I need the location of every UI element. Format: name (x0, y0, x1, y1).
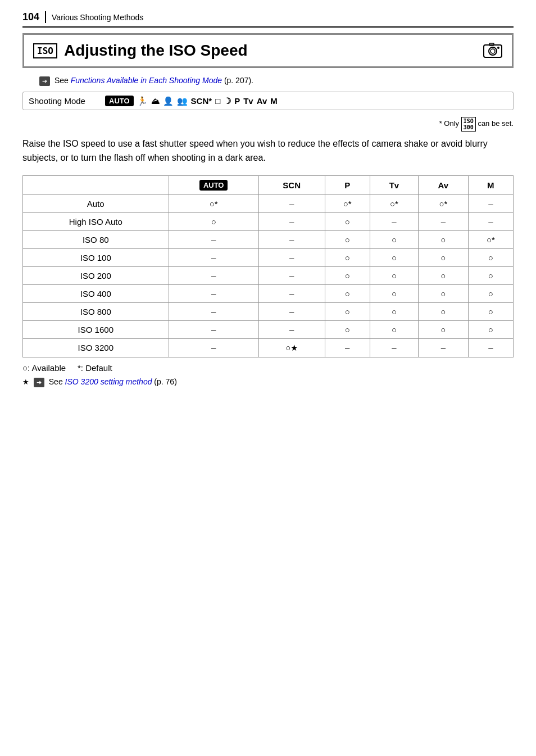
page-number: 104 (22, 11, 46, 23)
row-cell: ○ (468, 266, 513, 284)
row-cell: – (169, 230, 258, 248)
footnote-star-text: * Only (439, 119, 459, 128)
row-cell: – (325, 338, 370, 357)
table-row: ISO 80––○○○○* (23, 230, 514, 248)
col-header-p: P (325, 175, 370, 194)
shooting-mode-row: Shooting Mode AUTO 🏃 ⛰ 👤 👥 SCN* □ ☽ P Tv… (22, 92, 514, 110)
row-label: ISO 80 (23, 230, 169, 248)
row-cell: – (258, 302, 325, 320)
camera-icon (483, 40, 503, 61)
row-cell: – (169, 266, 258, 284)
col-header-scn: SCN (258, 175, 325, 194)
row-cell: ○ (419, 248, 469, 266)
row-cell: ○ (468, 284, 513, 302)
shooting-mode-label: Shooting Mode (29, 96, 96, 106)
row-cell: ○* (468, 230, 513, 248)
legend-star: *: Default (78, 363, 112, 373)
row-cell: ○ (419, 320, 469, 338)
row-cell: – (258, 212, 325, 230)
row-label: Auto (23, 194, 169, 212)
row-cell: – (169, 248, 258, 266)
row-cell: ○★ (258, 338, 325, 357)
mode-icon-landscape: ⛰ (151, 96, 160, 106)
col-header-m: M (468, 175, 513, 194)
row-cell: ○ (370, 320, 418, 338)
row-label: ISO 400 (23, 284, 169, 302)
title-left: ISO Adjusting the ISO Speed (33, 42, 248, 60)
svg-point-1 (489, 47, 497, 55)
see-iso: ★ ➔ See ISO 3200 setting method (p. 76) (22, 377, 514, 387)
row-label: ISO 1600 (23, 320, 169, 338)
table-row: ISO 1600––○○○○ (23, 320, 514, 338)
table-row: ISO 3200–○★–––– (23, 338, 514, 357)
see-iso-page: (p. 76) (154, 377, 176, 386)
row-cell: ○ (468, 248, 513, 266)
legend-circle: ○: Available (22, 363, 66, 373)
mode-icon-box: □ (215, 96, 220, 106)
row-cell: – (370, 338, 418, 357)
row-cell: ○ (468, 320, 513, 338)
mode-icon-moon: ☽ (224, 96, 231, 106)
row-label: ISO 800 (23, 302, 169, 320)
row-cell: ○ (419, 284, 469, 302)
row-cell: – (370, 212, 418, 230)
table-row: High ISO Auto○–○––– (23, 212, 514, 230)
row-cell: – (169, 320, 258, 338)
row-label: ISO 100 (23, 248, 169, 266)
row-cell: – (258, 284, 325, 302)
table-row: ISO 100––○○○○ (23, 248, 514, 266)
star-bullet: ★ (22, 378, 29, 386)
row-cell: ○ (370, 230, 418, 248)
row-cell: ○ (370, 302, 418, 320)
mode-p: P (234, 96, 240, 106)
row-cell: – (258, 320, 325, 338)
row-cell: ○ (325, 212, 370, 230)
row-cell: ○ (325, 248, 370, 266)
iso-table: AUTO SCN P Tv Av M Auto○*–○*○*○*–High IS… (22, 175, 514, 357)
mode-icon-runner: 🏃 (137, 96, 148, 106)
svg-point-4 (497, 47, 499, 49)
row-cell: ○ (325, 266, 370, 284)
legend: ○: Available *: Default (22, 363, 514, 373)
footnote-star: * Only ISO300 can be set. (22, 117, 514, 132)
row-cell: ○ (325, 302, 370, 320)
row-label: ISO 3200 (23, 338, 169, 357)
see-functions-text: See (54, 76, 71, 85)
see-functions-link[interactable]: Functions Available in Each Shooting Mod… (71, 76, 222, 85)
mode-icon-persons: 👥 (177, 96, 188, 106)
table-header-row: AUTO SCN P Tv Av M (23, 175, 514, 194)
row-cell: ○ (419, 302, 469, 320)
row-cell: – (169, 338, 258, 357)
auto-mode-badge: AUTO (105, 96, 134, 106)
row-cell: ○ (370, 284, 418, 302)
row-cell: ○* (370, 194, 418, 212)
table-row: ISO 200––○○○○ (23, 266, 514, 284)
page-header: 104 Various Shooting Methods (22, 11, 514, 28)
row-cell: ○* (419, 194, 469, 212)
row-cell: ○ (169, 212, 258, 230)
row-cell: – (468, 338, 513, 357)
row-cell: ○ (468, 302, 513, 320)
row-cell: ○ (370, 266, 418, 284)
row-label: ISO 200 (23, 266, 169, 284)
row-cell: ○ (419, 266, 469, 284)
row-label: High ISO Auto (23, 212, 169, 230)
scn-mode-badge: SCN* (191, 96, 212, 106)
row-cell: – (419, 338, 469, 357)
table-row: ISO 800––○○○○ (23, 302, 514, 320)
see-functions: ➔ See Functions Available in Each Shooti… (39, 76, 514, 86)
svg-point-2 (490, 49, 495, 53)
col-header-av: Av (419, 175, 469, 194)
row-cell: – (169, 302, 258, 320)
row-cell: – (169, 284, 258, 302)
row-cell: ○ (325, 284, 370, 302)
table-row: ISO 400––○○○○ (23, 284, 514, 302)
see-iso-text: See (49, 377, 65, 386)
row-cell: ○ (419, 230, 469, 248)
see-functions-page: (p. 207). (224, 76, 253, 85)
mode-m: M (270, 96, 278, 106)
col-header-empty (23, 175, 169, 194)
see-iso-link[interactable]: ISO 3200 setting method (65, 377, 152, 386)
page-title: Adjusting the ISO Speed (64, 42, 248, 60)
arrow-icon: ➔ (39, 76, 50, 86)
